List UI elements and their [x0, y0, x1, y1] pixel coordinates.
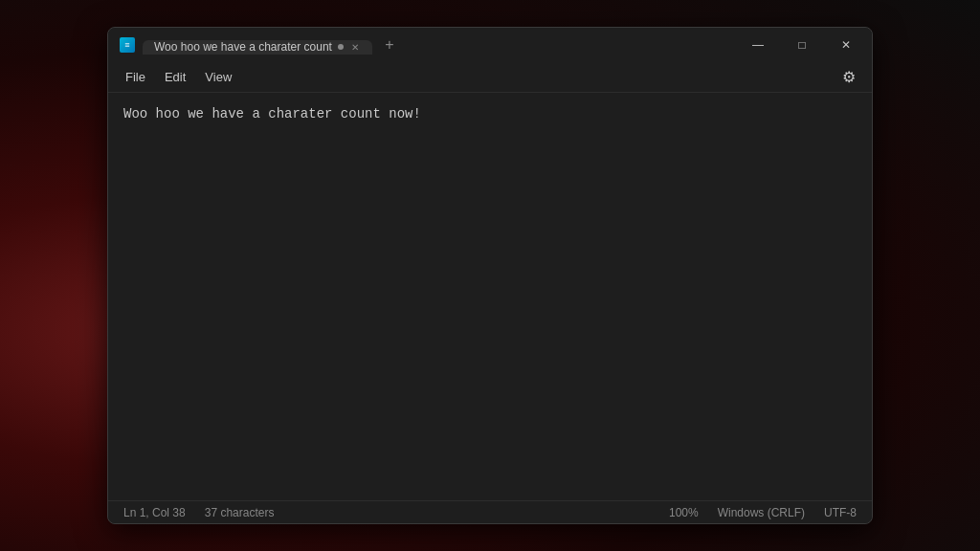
tab-list: Woo hoo we have a charater count ✕ + [143, 32, 403, 58]
menu-bar: File Edit View ⚙ [108, 62, 872, 93]
status-encoding[interactable]: UTF-8 [816, 506, 864, 519]
status-line-ending[interactable]: Windows (CRLF) [710, 506, 813, 519]
status-char-count[interactable]: 37 characters [197, 506, 282, 519]
status-zoom[interactable]: 100% [661, 506, 706, 519]
tab-label: Woo hoo we have a charater count [154, 40, 332, 54]
new-tab-button[interactable]: + [376, 32, 403, 58]
status-line-col[interactable]: Ln 1, Col 38 [116, 506, 193, 519]
file-menu[interactable]: File [116, 66, 155, 88]
title-bar-left: Woo hoo we have a charater count ✕ + [112, 32, 736, 58]
title-bar: Woo hoo we have a charater count ✕ + — □… [108, 28, 872, 62]
editor-area [108, 93, 872, 500]
edit-menu[interactable]: Edit [155, 66, 195, 88]
minimize-button[interactable]: — [736, 28, 780, 62]
maximize-button[interactable]: □ [780, 28, 824, 62]
active-tab[interactable]: Woo hoo we have a charater count ✕ [143, 40, 372, 55]
view-menu[interactable]: View [195, 66, 241, 88]
window-controls: — □ ✕ [736, 28, 868, 62]
notepad-window: Woo hoo we have a charater count ✕ + — □… [107, 27, 873, 524]
notepad-icon [120, 37, 135, 53]
tab-close-button[interactable]: ✕ [349, 40, 361, 55]
settings-button[interactable]: ⚙ [834, 64, 864, 91]
status-bar: Ln 1, Col 38 37 characters 100% Windows … [108, 500, 872, 523]
close-button[interactable]: ✕ [824, 28, 868, 62]
text-editor[interactable] [108, 93, 872, 500]
tab-modified-dot [338, 44, 344, 50]
app-icon [118, 35, 137, 55]
